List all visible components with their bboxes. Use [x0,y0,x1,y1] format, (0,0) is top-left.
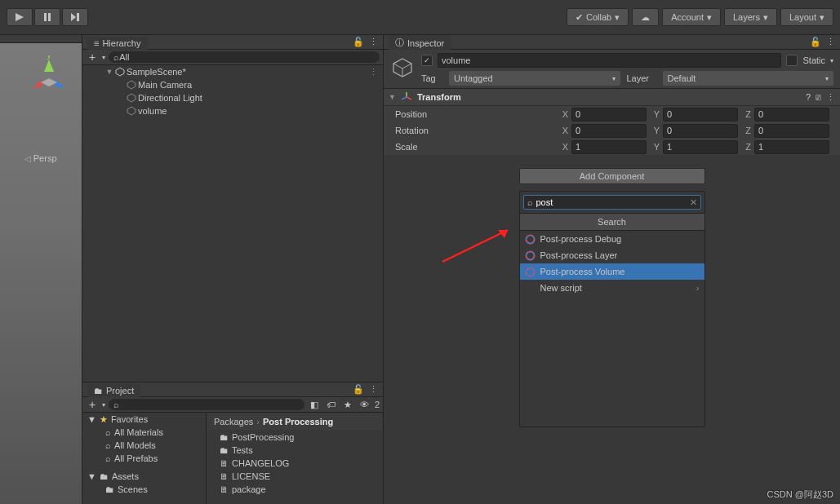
position-x[interactable]: 0 [571,108,647,122]
component-header[interactable]: ▼ Transform ?⎚⋮ [384,89,840,106]
position-z[interactable]: 0 [754,108,829,122]
gameobject-icon[interactable] [390,53,415,82]
foldout-icon[interactable]: ▼ [389,93,396,101]
play-button[interactable] [7,8,33,26]
inspector-tab[interactable]: ⓘInspector [389,35,451,51]
menu-icon[interactable]: ⋮ [369,37,378,47]
filter-icon[interactable]: ◧ [308,400,321,410]
favorite-item[interactable]: ⌕All Materials [82,426,206,439]
hierarchy-item[interactable]: volume [82,104,383,117]
breadcrumb-item[interactable]: Post Processing [263,417,333,427]
help-icon[interactable]: ? [806,92,811,103]
popup-header: Search [520,213,704,231]
project-search[interactable]: ⌕ [109,399,304,410]
search-icon: ⌕ [105,440,111,450]
component-item[interactable]: Post-process Volume [520,263,704,280]
hierarchy-item[interactable]: Directional Light [82,91,383,104]
gameobject-icon [127,93,136,103]
preset-icon[interactable]: ⎚ [816,92,821,103]
scale-x[interactable]: 1 [571,140,647,154]
breadcrumb: Packages›Post Processing [207,413,382,430]
rotation-x[interactable]: 0 [571,124,647,138]
tag-dropdown[interactable]: Untagged▾ [449,71,620,86]
hierarchy-item[interactable]: Main Camera [82,78,383,91]
folder-icon: 🖿 [105,484,114,494]
transform-icon [401,91,412,103]
caret-down-icon: ▾ [615,12,620,23]
svg-marker-6 [33,80,42,88]
pause-button[interactable] [34,8,60,26]
layers-dropdown[interactable]: Layers ▾ [724,8,777,26]
search-icon: ⌕ [105,453,111,463]
info-icon: ⓘ [395,37,404,49]
add-button[interactable]: + [86,399,99,410]
list-item[interactable]: 🗎LICENSE [207,470,383,483]
add-component-button[interactable]: Add Component [519,168,705,184]
menu-icon[interactable]: ⋮ [364,67,383,77]
component-item[interactable]: Post-process Layer [520,247,704,263]
component-item[interactable]: Post-process Debug [520,231,704,247]
search-input[interactable] [536,197,687,207]
add-button[interactable]: + [86,51,99,63]
breadcrumb-item[interactable]: Packages [214,417,253,427]
orientation-gizmo[interactable]: y [24,55,73,104]
chevron-right-icon: › [696,283,700,293]
scale-y[interactable]: 1 [663,140,738,154]
svg-marker-0 [16,13,24,21]
lock-icon[interactable]: 🔓 [353,37,364,47]
asset-folder[interactable]: 🖿Scenes [82,483,206,496]
list-item[interactable]: 🗎package [207,483,383,496]
name-field[interactable]: volume [438,53,781,68]
account-dropdown[interactable]: Account ▾ [662,8,721,26]
favorite-item[interactable]: ⌕All Models [82,439,206,452]
favorite-item[interactable]: ⌕All Prefabs [82,452,206,465]
hidden-icon[interactable]: 👁 [358,400,371,409]
project-tree[interactable]: ▼★Favorites ⌕All Materials ⌕All Models ⌕… [82,413,207,504]
menu-icon[interactable]: ⋮ [369,384,378,395]
list-item[interactable]: 🖿PostProcessing [207,431,383,444]
layout-dropdown[interactable]: Layout ▾ [780,8,833,26]
rotation-z[interactable]: 0 [754,124,829,138]
project-content[interactable]: Packages›Post Processing 🖿PostProcessing… [207,413,383,504]
scene-view[interactable]: y ◁ Persp [0,43,82,504]
hierarchy-search[interactable]: ⌕ All [109,51,380,63]
list-item[interactable]: 🗎CHANGELOG [207,457,383,470]
menu-icon[interactable]: ⋮ [826,37,835,47]
rotation-y[interactable]: 0 [663,124,738,138]
lock-icon[interactable]: 🔓 [810,37,821,47]
collab-dropdown[interactable]: ✔Collab▾ [567,8,629,26]
svg-marker-5 [44,60,54,72]
static-checkbox[interactable] [786,55,798,66]
list-item[interactable]: 🖿Tests [207,444,383,457]
project-tab[interactable]: 🖿Project [87,384,140,397]
cloud-icon: ☁ [641,12,650,23]
star-icon: ★ [100,414,108,425]
caret-down-icon[interactable]: ▾ [830,57,833,64]
lock-icon[interactable]: 🔓 [353,384,364,395]
clear-icon[interactable]: ✕ [690,197,697,208]
caret-down-icon: ▾ [102,54,105,61]
active-checkbox[interactable]: ✓ [421,55,433,66]
label-icon[interactable]: 🏷 [324,400,338,409]
cloud-button[interactable]: ☁ [632,8,659,26]
favorites-header[interactable]: ▼★Favorites [82,413,206,426]
scale-z[interactable]: 1 [754,140,829,154]
foldout-icon[interactable]: ▼ [105,68,113,76]
star-icon[interactable]: ★ [341,400,354,410]
unity-icon [115,67,125,77]
menu-icon[interactable]: ⋮ [826,92,835,103]
position-y[interactable]: 0 [663,108,738,122]
new-script-item[interactable]: New script› [520,280,704,296]
component-search[interactable]: ⌕ ✕ [523,195,701,210]
assets-header[interactable]: ▼🖿Assets [82,470,206,483]
hidden-count: 2 [375,400,380,409]
scene-item[interactable]: ▼ SampleScene* ⋮ [82,65,383,78]
svg-marker-26 [498,230,508,238]
hierarchy-tree[interactable]: ▼ SampleScene* ⋮ Main Camera Directional… [82,65,383,382]
perspective-label: ◁ Persp [24,153,57,163]
layer-dropdown[interactable]: Default▾ [663,71,834,86]
svg-marker-11 [127,81,136,89]
step-button[interactable] [62,8,88,26]
folder-icon: 🖿 [100,471,109,481]
hierarchy-tab[interactable]: ≡Hierarchy [87,37,148,50]
